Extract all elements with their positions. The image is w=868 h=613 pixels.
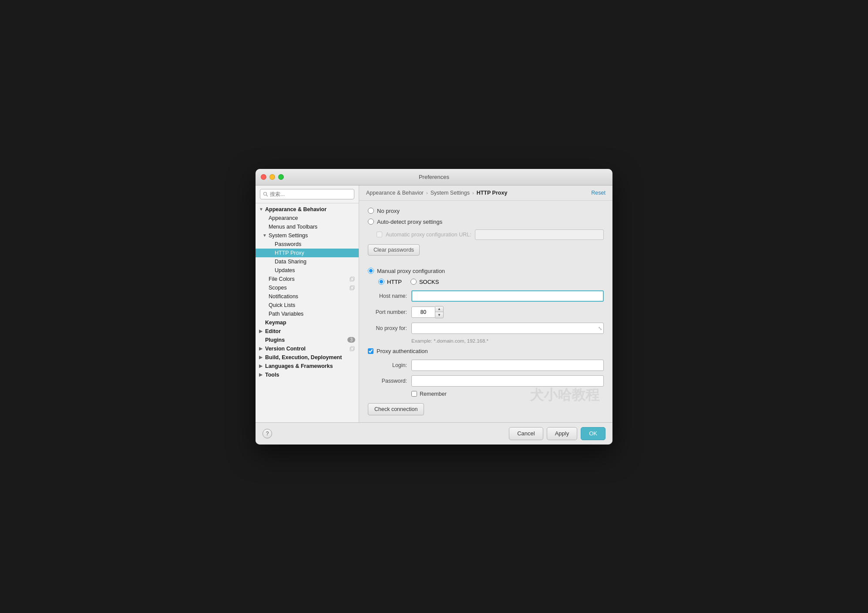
password-label: Password:: [368, 378, 407, 384]
title-bar: Preferences: [256, 169, 612, 185]
sidebar-item-updates[interactable]: Updates: [256, 266, 359, 275]
minimize-button[interactable]: [269, 174, 275, 180]
sidebar-item-system-settings[interactable]: ▼ System Settings: [256, 231, 359, 240]
sidebar-item-version-control[interactable]: ▶ Version Control: [256, 344, 359, 353]
no-proxy-for-row: No proxy for: ⤡: [368, 323, 604, 334]
socks-radio[interactable]: [410, 279, 417, 285]
sidebar-item-quick-lists[interactable]: Quick Lists: [256, 301, 359, 310]
clear-passwords-wrapper: Clear passwords: [368, 244, 604, 262]
remember-label: Remember: [420, 391, 447, 397]
sidebar-item-path-variables[interactable]: Path Variables: [256, 310, 359, 318]
form-container: No proxy Auto-detect proxy settings Auto…: [359, 201, 612, 422]
http-option[interactable]: HTTP: [378, 279, 402, 285]
cancel-button[interactable]: Cancel: [509, 427, 543, 440]
check-connection-button[interactable]: Check connection: [368, 403, 424, 415]
port-label: Port number:: [368, 309, 407, 315]
svg-rect-4: [350, 347, 353, 351]
copy-icon: [349, 276, 355, 282]
content-panel: Appearance & Behavior › System Settings …: [359, 185, 612, 422]
no-proxy-wrapper: ⤡: [411, 323, 604, 334]
remember-checkbox[interactable]: [411, 391, 417, 397]
form-area: No proxy Auto-detect proxy settings Auto…: [359, 201, 612, 422]
http-socks-row: HTTP SOCKS: [378, 279, 604, 285]
auto-detect-label: Auto-detect proxy settings: [377, 219, 442, 225]
preferences-window: Preferences ▼ Appearance & Behavior Appe…: [256, 169, 612, 445]
help-button[interactable]: ?: [262, 429, 272, 438]
sidebar-item-passwords[interactable]: Passwords: [256, 240, 359, 249]
login-label: Login:: [368, 362, 407, 368]
breadcrumb-bar: Appearance & Behavior › System Settings …: [359, 185, 612, 201]
svg-rect-5: [351, 347, 354, 350]
sidebar-item-scopes[interactable]: Scopes: [256, 283, 359, 292]
proxy-auth-row: Proxy authentication: [368, 348, 604, 354]
search-input[interactable]: [260, 189, 354, 199]
apply-button[interactable]: Apply: [547, 427, 578, 440]
ok-button[interactable]: OK: [581, 427, 606, 440]
sidebar-item-notifications[interactable]: Notifications: [256, 292, 359, 301]
host-name-label: Host name:: [368, 293, 407, 299]
manual-proxy-radio[interactable]: [368, 268, 374, 274]
breadcrumb-part2: System Settings: [431, 190, 470, 196]
port-increment[interactable]: ▲: [435, 306, 443, 312]
sidebar-item-appearance-behavior[interactable]: ▼ Appearance & Behavior: [256, 205, 359, 214]
bottom-bar: ? Cancel Apply OK: [256, 422, 612, 445]
no-proxy-for-label: No proxy for:: [368, 325, 407, 331]
host-name-input[interactable]: [411, 290, 604, 302]
bottom-actions: Cancel Apply OK: [509, 427, 606, 440]
sidebar-item-http-proxy[interactable]: HTTP Proxy: [256, 249, 359, 257]
breadcrumb-current: HTTP Proxy: [477, 190, 508, 196]
sidebar-item-appearance[interactable]: Appearance: [256, 214, 359, 222]
window-controls: [261, 174, 284, 180]
sidebar-item-tools[interactable]: ▶ Tools: [256, 370, 359, 379]
svg-rect-3: [351, 286, 354, 289]
breadcrumb: Appearance & Behavior › System Settings …: [366, 190, 507, 196]
auto-proxy-checkbox[interactable]: [377, 232, 382, 237]
login-row: Login:: [368, 360, 604, 371]
sidebar-item-editor[interactable]: ▶ Editor: [256, 327, 359, 336]
socks-option[interactable]: SOCKS: [410, 279, 439, 285]
sidebar-item-plugins[interactable]: Plugins 3: [256, 336, 359, 344]
svg-rect-0: [350, 278, 353, 281]
password-input[interactable]: [411, 375, 604, 387]
manual-proxy-header: Manual proxy configuration: [368, 268, 604, 274]
no-proxy-row[interactable]: No proxy: [368, 208, 604, 214]
no-proxy-radio[interactable]: [368, 208, 374, 214]
tree-arrow: ▼: [259, 207, 265, 212]
svg-rect-1: [351, 277, 354, 280]
port-input[interactable]: 80: [411, 306, 435, 318]
clear-passwords-button[interactable]: Clear passwords: [368, 244, 420, 256]
sidebar-item-data-sharing[interactable]: Data Sharing: [256, 257, 359, 266]
password-row: Password:: [368, 375, 604, 387]
proxy-auth-checkbox[interactable]: [368, 348, 373, 354]
auto-detect-row[interactable]: Auto-detect proxy settings: [368, 219, 604, 225]
sidebar-item-build-execution[interactable]: ▶ Build, Execution, Deployment: [256, 353, 359, 362]
window-title: Preferences: [419, 174, 449, 180]
sidebar-item-file-colors[interactable]: File Colors: [256, 275, 359, 283]
manual-proxy-label: Manual proxy configuration: [377, 268, 445, 274]
port-wrapper: 80 ▲ ▼: [411, 306, 444, 318]
http-radio[interactable]: [378, 279, 384, 285]
sidebar-item-menus-toolbars[interactable]: Menus and Toolbars: [256, 222, 359, 231]
maximize-button[interactable]: [278, 174, 284, 180]
sidebar-item-keymap[interactable]: Keymap: [256, 318, 359, 327]
proxy-auth-label: Proxy authentication: [377, 348, 428, 354]
copy-icon-2: [349, 285, 355, 291]
auto-proxy-url-input[interactable]: [475, 229, 604, 240]
no-proxy-for-input[interactable]: [411, 323, 604, 334]
sidebar-item-languages-frameworks[interactable]: ▶ Languages & Frameworks: [256, 362, 359, 370]
check-conn-wrapper: Check connection: [368, 403, 604, 415]
breadcrumb-part1: Appearance & Behavior: [366, 190, 424, 196]
auto-detect-radio[interactable]: [368, 219, 374, 225]
close-button[interactable]: [261, 174, 266, 180]
example-text: Example: *.domain.com, 192.168.*: [411, 338, 604, 344]
socks-label: SOCKS: [419, 279, 439, 285]
login-input[interactable]: [411, 360, 604, 371]
port-decrement[interactable]: ▼: [435, 312, 443, 318]
copy-icon-3: [349, 346, 355, 352]
host-name-row: Host name:: [368, 290, 604, 302]
expand-icon[interactable]: ⤡: [598, 325, 602, 331]
reset-button[interactable]: Reset: [591, 190, 606, 196]
sidebar: ▼ Appearance & Behavior Appearance Menus…: [256, 185, 359, 422]
main-area: ▼ Appearance & Behavior Appearance Menus…: [256, 185, 612, 422]
breadcrumb-arrow1: ›: [426, 190, 428, 195]
